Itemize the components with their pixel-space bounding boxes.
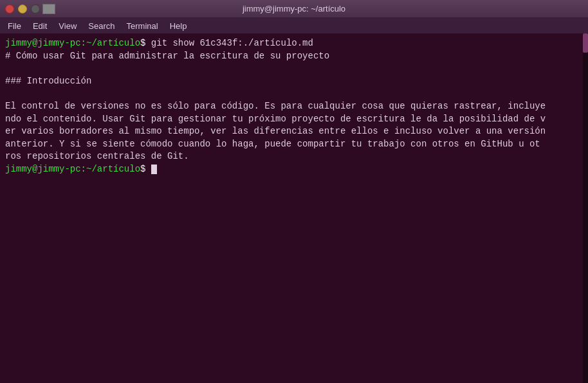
menu-search[interactable]: Search — [83, 20, 120, 32]
window-controls — [5, 4, 40, 13]
output-line-3: ### Introducción — [5, 76, 91, 86]
menu-edit[interactable]: Edit — [28, 20, 52, 32]
prompt-suffix-2: $ — [140, 164, 151, 174]
output-line-8: anterior. Y si se siente cómodo cuando l… — [5, 139, 540, 149]
output-line-5: El control de versiones no es sólo para … — [5, 101, 546, 111]
scrollbar-thumb[interactable] — [583, 33, 588, 53]
cursor — [151, 165, 157, 174]
terminal-output-9: ros repositorios centrales de Git. — [5, 150, 583, 163]
minimize-button[interactable] — [18, 4, 27, 13]
maximize-button[interactable] — [31, 4, 40, 13]
prompt-user-1: jimmy@jimmy-pc:~/artículo — [5, 38, 140, 48]
terminal-blank-1 — [5, 62, 583, 75]
titlebar: jimmy@jimmy-pc: ~/artículo — [0, 0, 588, 18]
terminal-line-1: jimmy@jimmy-pc:~/artículo$ git show 61c3… — [5, 37, 583, 50]
output-line-6: ndo el contenido. Usar Git para gestiona… — [5, 114, 546, 124]
window-icon — [42, 4, 55, 14]
close-button[interactable] — [5, 4, 14, 13]
terminal[interactable]: jimmy@jimmy-pc:~/artículo$ git show 61c3… — [0, 33, 588, 383]
menubar: File Edit View Search Terminal Help — [0, 18, 588, 33]
terminal-output-7: er varios borradores al mismo tiempo, ve… — [5, 125, 583, 138]
window-title: jimmy@jimmy-pc: ~/artículo — [243, 4, 345, 13]
menu-view[interactable]: View — [53, 20, 82, 32]
menu-help[interactable]: Help — [165, 20, 192, 32]
menu-terminal[interactable]: Terminal — [122, 20, 163, 32]
terminal-output-5: El control de versiones no es sólo para … — [5, 100, 583, 113]
output-line-7: er varios borradores al mismo tiempo, ve… — [5, 126, 546, 136]
output-line-1: # Cómo usar Git para administrar la escr… — [5, 51, 329, 61]
scrollbar[interactable] — [583, 33, 588, 383]
menu-file[interactable]: File — [3, 20, 26, 32]
terminal-output-6: ndo el contenido. Usar Git para gestiona… — [5, 113, 583, 126]
prompt-suffix-1: $ — [140, 38, 151, 48]
terminal-blank-2 — [5, 87, 583, 100]
terminal-line-2: jimmy@jimmy-pc:~/artículo$ — [5, 163, 583, 176]
terminal-output-8: anterior. Y si se siente cómodo cuando l… — [5, 138, 583, 151]
terminal-output-3: ### Introducción — [5, 75, 583, 88]
output-line-9: ros repositorios centrales de Git. — [5, 151, 189, 161]
terminal-output-1: # Cómo usar Git para administrar la escr… — [5, 50, 583, 63]
prompt-user-2: jimmy@jimmy-pc:~/artículo — [5, 164, 140, 174]
command-text-1: git show 61c343f:./artículo.md — [151, 38, 313, 48]
